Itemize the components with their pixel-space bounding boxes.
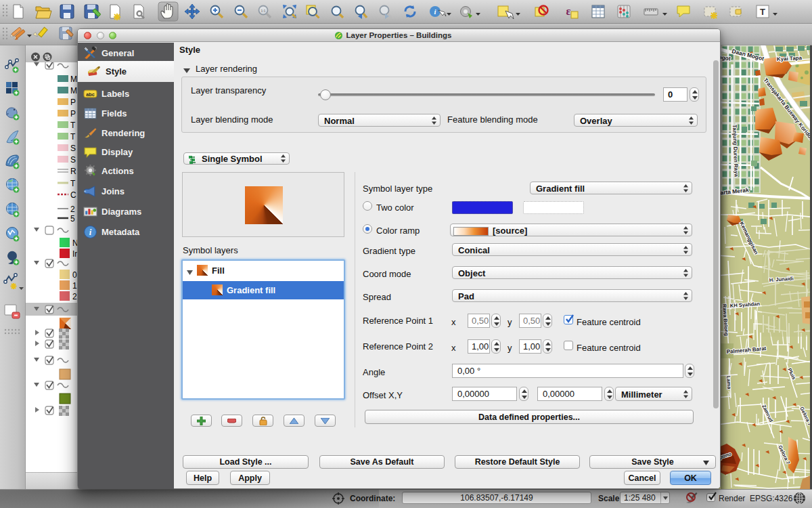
svg-text:T: T — [70, 121, 76, 130]
svg-text:T: T — [70, 179, 76, 188]
svg-text:R: R — [70, 167, 76, 176]
svg-text:1: 1 — [72, 281, 77, 291]
svg-text:S: S — [70, 144, 76, 153]
svg-text:1:1: 1:1 — [261, 9, 265, 13]
svg-text:P: P — [70, 109, 76, 119]
svg-text:abc: abc — [86, 91, 95, 98]
svg-text:S: S — [70, 155, 76, 165]
svg-text:5: 5 — [70, 214, 75, 224]
svg-text:M: M — [70, 75, 77, 84]
svg-text:2: 2 — [70, 205, 75, 214]
svg-text:C: C — [70, 190, 76, 200]
svg-text:i: i — [89, 228, 92, 237]
svg-text:M: M — [70, 86, 77, 96]
svg-text:T: T — [760, 7, 765, 17]
svg-text:P: P — [70, 98, 76, 107]
svg-text:2: 2 — [72, 292, 77, 301]
svg-text:0: 0 — [72, 270, 77, 280]
svg-text:T: T — [70, 132, 76, 142]
svg-text:ε: ε — [566, 5, 571, 17]
